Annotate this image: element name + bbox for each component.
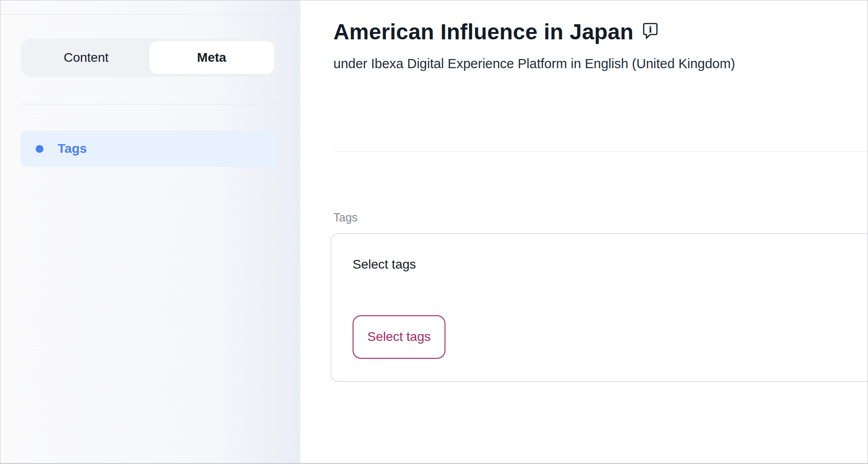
title-row: American Influence in Japan i bbox=[333, 19, 868, 45]
tags-field-value: Select tags bbox=[353, 257, 868, 272]
tags-field-label: Tags bbox=[333, 210, 868, 224]
select-tags-button[interactable]: Select tags bbox=[353, 315, 445, 359]
page-title: American Influence in Japan bbox=[333, 19, 633, 45]
bullet-dot-icon bbox=[36, 145, 43, 153]
sidebar-item-tags[interactable]: Tags bbox=[21, 130, 277, 167]
content-divider bbox=[333, 151, 868, 152]
content-subtitle: under Ibexa Digital Experience Platform … bbox=[333, 54, 868, 73]
sidebar-top-strip bbox=[0, 0, 300, 15]
tab-content[interactable]: Content bbox=[23, 41, 149, 74]
sidebar-divider bbox=[21, 104, 277, 104]
svg-text:i: i bbox=[649, 24, 652, 34]
edit-sidebar: Content Meta Tags bbox=[0, 0, 300, 463]
info-bubble-icon[interactable]: i bbox=[643, 22, 658, 40]
sidebar-item-label: Tags bbox=[58, 141, 87, 156]
content-meta-switcher: Content Meta bbox=[21, 38, 277, 77]
tags-field-box: Select tags Select tags bbox=[331, 233, 868, 382]
tab-meta[interactable]: Meta bbox=[149, 41, 275, 74]
content-area: American Influence in Japan i under Ibex… bbox=[300, 0, 868, 463]
content-edit-window: Content Meta Tags American Influence in … bbox=[0, 0, 868, 464]
